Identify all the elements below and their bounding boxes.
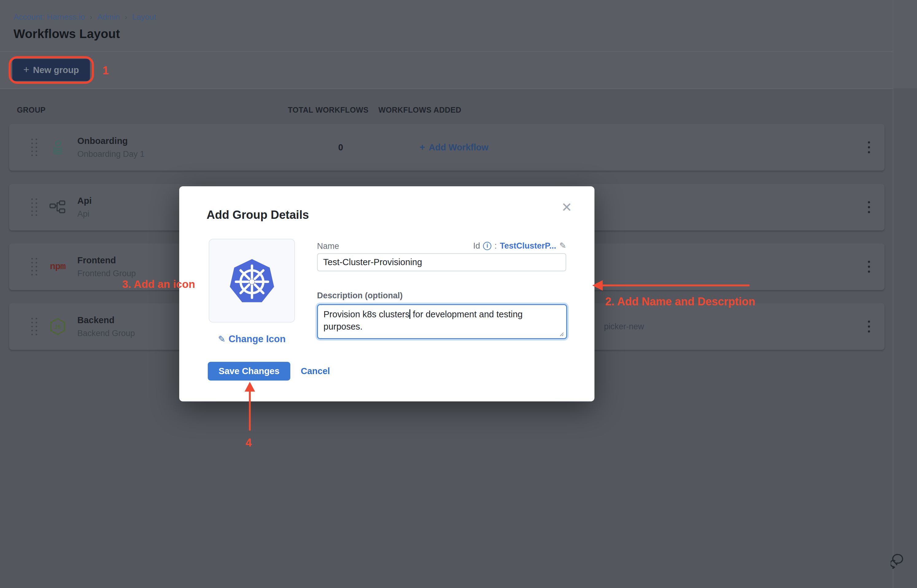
column-header-total-workflows: TOTAL WORKFLOWS bbox=[288, 105, 368, 115]
entity-id-value[interactable]: TestClusterP... bbox=[500, 241, 556, 251]
group-name: Onboarding bbox=[77, 136, 145, 146]
add-workflow-link[interactable]: + Add Workflow bbox=[420, 142, 489, 153]
pencil-icon: ✎ bbox=[218, 334, 225, 344]
annotation-step-3: 3. Add an icon bbox=[122, 278, 195, 290]
close-icon[interactable]: ✕ bbox=[561, 201, 572, 214]
row-menu-kebab-icon[interactable] bbox=[865, 199, 872, 216]
right-rail-divider bbox=[893, 0, 893, 588]
name-input[interactable] bbox=[317, 253, 566, 271]
row-menu-kebab-icon[interactable] bbox=[865, 258, 872, 275]
column-header-workflows-added: WORKFLOWS ADDED bbox=[378, 105, 461, 115]
chevron-right-icon: › bbox=[124, 13, 127, 21]
row-menu-kebab-icon[interactable] bbox=[865, 318, 872, 335]
description-textarea[interactable]: Provision k8s clusters for development a… bbox=[317, 304, 567, 339]
chat-bubbles-icon[interactable] bbox=[891, 553, 908, 571]
flowchart-icon bbox=[49, 199, 66, 216]
description-field-label: Description (optional) bbox=[317, 291, 403, 300]
drag-handle-icon[interactable] bbox=[31, 139, 37, 156]
annotation-arrow-line bbox=[249, 390, 251, 431]
add-group-details-modal: Add Group Details ✕ ✎ Change Icon Name I… bbox=[179, 186, 594, 401]
change-icon-label: Change Icon bbox=[229, 334, 286, 345]
id-label: Id bbox=[473, 241, 480, 251]
group-subtitle: Frontend Group bbox=[77, 269, 136, 278]
page-title: Workflows Layout bbox=[13, 27, 120, 41]
entity-id-row: Id i : TestClusterP... ✎ bbox=[317, 241, 566, 251]
group-subtitle: Api bbox=[77, 209, 92, 219]
group-subtitle: Backend Group bbox=[77, 329, 135, 338]
breadcrumb-admin-link[interactable]: Admin bbox=[97, 12, 120, 22]
layers-teal-icon bbox=[49, 139, 66, 156]
edit-id-pencil-icon[interactable]: ✎ bbox=[559, 241, 566, 251]
annotation-arrow-line bbox=[600, 284, 749, 286]
column-header-group: GROUP bbox=[17, 105, 46, 115]
group-name: Frontend bbox=[77, 255, 136, 265]
group-icon-preview[interactable] bbox=[209, 239, 295, 323]
resize-grip-icon[interactable] bbox=[559, 331, 564, 336]
annotation-step-4: 4 bbox=[245, 436, 252, 449]
modal-title: Add Group Details bbox=[207, 208, 309, 221]
plus-icon: + bbox=[420, 142, 425, 153]
group-subtitle: Onboarding Day 1 bbox=[77, 149, 145, 159]
annotation-step-2: 2. Add Name and Descrption bbox=[605, 295, 755, 308]
save-changes-button[interactable]: Save Changes bbox=[208, 362, 290, 381]
workflow-name-partial: picker-new bbox=[604, 322, 644, 331]
row-menu-kebab-icon[interactable] bbox=[865, 139, 872, 156]
toolbar-divider bbox=[0, 88, 893, 89]
breadcrumb-account-link[interactable]: Account: Harness.io bbox=[13, 12, 85, 22]
annotation-highlight-ring bbox=[9, 56, 94, 84]
kubernetes-icon bbox=[228, 257, 276, 304]
drag-handle-icon[interactable] bbox=[31, 258, 37, 276]
group-name: Backend bbox=[77, 315, 135, 325]
header-divider bbox=[0, 51, 893, 52]
info-icon[interactable]: i bbox=[483, 242, 491, 250]
annotation-step-1: 1 bbox=[102, 64, 109, 77]
breadcrumb-layout-link[interactable]: Layout bbox=[132, 12, 156, 22]
npm-icon: npm bbox=[49, 258, 66, 275]
annotation-arrow-up-icon bbox=[245, 382, 255, 392]
drag-handle-icon[interactable] bbox=[31, 318, 37, 336]
nodejs-icon: JS bbox=[49, 318, 66, 335]
breadcrumb: Account: Harness.io › Admin › Layout bbox=[13, 12, 156, 22]
cancel-button[interactable]: Cancel bbox=[301, 366, 330, 376]
group-name: Api bbox=[77, 196, 92, 206]
add-workflow-label: Add Workflow bbox=[429, 142, 488, 152]
table-row-onboarding: Onboarding Onboarding Day 1 0 + Add Work… bbox=[9, 124, 885, 171]
change-icon-link[interactable]: ✎ Change Icon bbox=[209, 334, 295, 345]
chevron-right-icon: › bbox=[90, 13, 92, 21]
total-workflows-value: 0 bbox=[338, 142, 343, 152]
svg-text:JS: JS bbox=[55, 324, 61, 330]
annotation-arrow-left-icon bbox=[592, 280, 603, 291]
drag-handle-icon[interactable] bbox=[31, 199, 37, 216]
